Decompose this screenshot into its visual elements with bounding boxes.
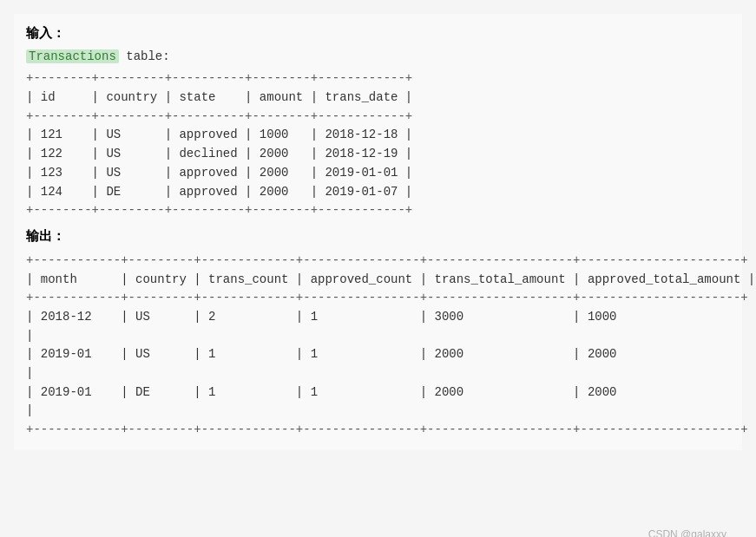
input-row-2: | 122 | US | declined | 2000 | 2018-12-1… <box>26 147 412 160</box>
output-row-1b: | <box>26 329 33 343</box>
output-row-3: | 2019-01 | DE | 1 | 1 | 2000 | 2000 <box>26 385 617 399</box>
output-row-2: | 2019-01 | US | 1 | 1 | 2000 | 2000 <box>26 347 617 361</box>
watermark: CSDN @galaxxy <box>648 528 726 537</box>
output-row-2b: | <box>26 366 33 380</box>
input-row-1: | 121 | US | approved | 1000 | 2018-12-1… <box>26 128 412 141</box>
input-separator-3: +--------+---------+----------+--------+… <box>26 203 412 217</box>
input-table: +--------+---------+----------+--------+… <box>26 69 730 220</box>
output-sep-1: +------------+---------+-------------+--… <box>26 253 748 267</box>
output-row-3b: | <box>26 403 33 417</box>
transactions-keyword: Transactions <box>26 49 119 63</box>
input-separator-1: +--------+---------+----------+--------+… <box>26 71 412 85</box>
intro-text: table: <box>119 49 170 63</box>
output-row-1: | 2018-12 | US | 2 | 1 | 3000 | 1000 <box>26 310 617 324</box>
output-table: +------------+---------+-------------+--… <box>26 252 730 440</box>
output-sep-2: +------------+---------+-------------+--… <box>26 291 748 305</box>
table-intro-line: Transactions table: <box>26 47 730 66</box>
output-header-row: | month | country | trans_count | approv… <box>26 272 755 286</box>
input-label: 输入： <box>26 24 730 45</box>
input-header-row: | id | country | state | amount | trans_… <box>26 90 412 104</box>
input-row-3: | 123 | US | approved | 2000 | 2019-01-0… <box>26 166 412 180</box>
input-separator-2: +--------+---------+----------+--------+… <box>26 109 412 123</box>
output-label: 输出： <box>26 227 730 248</box>
input-row-4: | 124 | DE | approved | 2000 | 2019-01-0… <box>26 185 412 199</box>
output-sep-3: +------------+---------+-------------+--… <box>26 422 748 436</box>
